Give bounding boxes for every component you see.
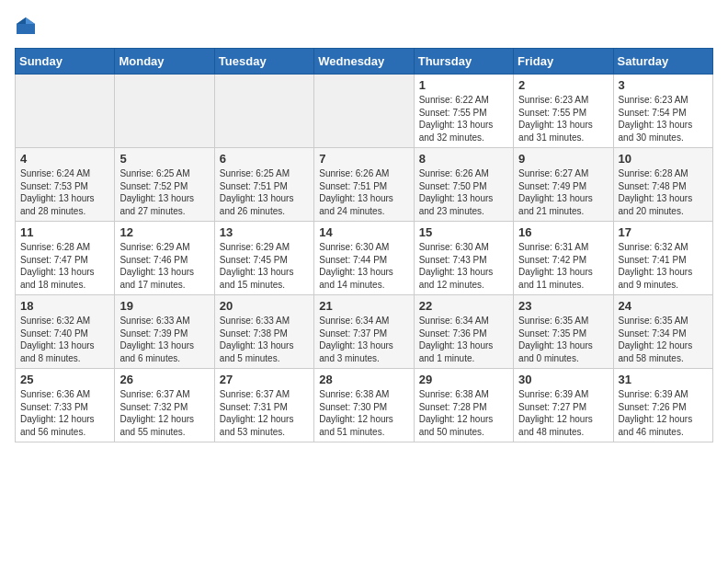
calendar-cell: 2Sunrise: 6:23 AM Sunset: 7:55 PM Daylig… <box>514 75 613 148</box>
calendar-cell: 6Sunrise: 6:25 AM Sunset: 7:51 PM Daylig… <box>214 148 313 222</box>
day-number: 3 <box>619 78 708 92</box>
day-number: 28 <box>319 373 408 386</box>
day-info: Sunrise: 6:23 AM Sunset: 7:55 PM Dayligh… <box>518 94 608 144</box>
calendar-cell: 10Sunrise: 6:28 AM Sunset: 7:48 PM Dayli… <box>613 148 712 222</box>
calendar-cell: 28Sunrise: 6:38 AM Sunset: 7:30 PM Dayli… <box>314 369 414 442</box>
calendar-cell: 16Sunrise: 6:31 AM Sunset: 7:42 PM Dayli… <box>514 222 613 295</box>
day-number: 30 <box>518 373 608 386</box>
day-number: 31 <box>619 373 708 386</box>
weekday-header-wednesday: Wednesday <box>314 49 414 75</box>
day-info: Sunrise: 6:27 AM Sunset: 7:49 PM Dayligh… <box>518 167 608 217</box>
day-info: Sunrise: 6:38 AM Sunset: 7:30 PM Dayligh… <box>319 388 408 438</box>
calendar-cell: 20Sunrise: 6:33 AM Sunset: 7:38 PM Dayli… <box>214 295 313 369</box>
day-number: 6 <box>220 152 309 166</box>
day-number: 25 <box>20 373 109 386</box>
day-number: 23 <box>518 299 608 313</box>
day-number: 26 <box>119 373 209 386</box>
calendar-cell: 23Sunrise: 6:35 AM Sunset: 7:35 PM Dayli… <box>514 295 613 369</box>
day-info: Sunrise: 6:26 AM Sunset: 7:51 PM Dayligh… <box>319 167 408 217</box>
day-number: 9 <box>518 152 608 166</box>
day-info: Sunrise: 6:29 AM Sunset: 7:45 PM Dayligh… <box>220 241 309 291</box>
day-number: 15 <box>419 225 508 239</box>
calendar-cell: 31Sunrise: 6:39 AM Sunset: 7:26 PM Dayli… <box>613 369 712 442</box>
calendar-cell: 11Sunrise: 6:28 AM Sunset: 7:47 PM Dayli… <box>16 222 115 295</box>
calendar-cell: 9Sunrise: 6:27 AM Sunset: 7:49 PM Daylig… <box>514 148 613 222</box>
day-number: 29 <box>419 373 508 386</box>
day-number: 1 <box>419 78 508 92</box>
day-info: Sunrise: 6:26 AM Sunset: 7:50 PM Dayligh… <box>419 167 508 217</box>
day-info: Sunrise: 6:22 AM Sunset: 7:55 PM Dayligh… <box>419 94 508 144</box>
day-info: Sunrise: 6:34 AM Sunset: 7:37 PM Dayligh… <box>319 315 408 364</box>
calendar-cell: 19Sunrise: 6:33 AM Sunset: 7:39 PM Dayli… <box>115 295 214 369</box>
weekday-header-row: SundayMondayTuesdayWednesdayThursdayFrid… <box>16 49 713 75</box>
day-number: 22 <box>419 299 508 313</box>
day-number: 8 <box>419 152 508 166</box>
calendar-week-3: 11Sunrise: 6:28 AM Sunset: 7:47 PM Dayli… <box>16 222 713 295</box>
calendar-cell <box>16 75 115 148</box>
day-info: Sunrise: 6:32 AM Sunset: 7:41 PM Dayligh… <box>619 241 708 291</box>
day-number: 17 <box>619 225 708 239</box>
day-number: 21 <box>319 299 408 313</box>
day-info: Sunrise: 6:30 AM Sunset: 7:43 PM Dayligh… <box>419 241 508 291</box>
day-number: 11 <box>20 225 109 239</box>
day-info: Sunrise: 6:23 AM Sunset: 7:54 PM Dayligh… <box>619 94 708 144</box>
day-number: 2 <box>518 78 608 92</box>
calendar-week-1: 1Sunrise: 6:22 AM Sunset: 7:55 PM Daylig… <box>16 75 713 148</box>
calendar-table: SundayMondayTuesdayWednesdayThursdayFrid… <box>15 48 713 442</box>
calendar-cell: 21Sunrise: 6:34 AM Sunset: 7:37 PM Dayli… <box>314 295 414 369</box>
day-info: Sunrise: 6:38 AM Sunset: 7:28 PM Dayligh… <box>419 388 508 438</box>
day-number: 20 <box>220 299 309 313</box>
day-info: Sunrise: 6:39 AM Sunset: 7:27 PM Dayligh… <box>518 388 608 438</box>
day-number: 4 <box>20 152 109 166</box>
logo-icon <box>15 15 37 37</box>
weekday-header-friday: Friday <box>514 49 613 75</box>
calendar-week-4: 18Sunrise: 6:32 AM Sunset: 7:40 PM Dayli… <box>16 295 713 369</box>
day-info: Sunrise: 6:28 AM Sunset: 7:47 PM Dayligh… <box>20 241 109 291</box>
calendar-cell: 7Sunrise: 6:26 AM Sunset: 7:51 PM Daylig… <box>314 148 414 222</box>
calendar-cell: 8Sunrise: 6:26 AM Sunset: 7:50 PM Daylig… <box>414 148 513 222</box>
day-number: 24 <box>619 299 708 313</box>
day-number: 5 <box>119 152 209 166</box>
day-number: 13 <box>220 225 309 239</box>
calendar-cell: 1Sunrise: 6:22 AM Sunset: 7:55 PM Daylig… <box>414 75 513 148</box>
day-info: Sunrise: 6:35 AM Sunset: 7:34 PM Dayligh… <box>619 315 708 364</box>
calendar-cell: 12Sunrise: 6:29 AM Sunset: 7:46 PM Dayli… <box>115 222 214 295</box>
day-info: Sunrise: 6:33 AM Sunset: 7:38 PM Dayligh… <box>220 315 309 364</box>
calendar-cell <box>214 75 313 148</box>
day-info: Sunrise: 6:30 AM Sunset: 7:44 PM Dayligh… <box>319 241 408 291</box>
calendar-cell: 13Sunrise: 6:29 AM Sunset: 7:45 PM Dayli… <box>214 222 313 295</box>
day-number: 27 <box>220 373 309 386</box>
calendar-cell: 17Sunrise: 6:32 AM Sunset: 7:41 PM Dayli… <box>613 222 712 295</box>
day-number: 12 <box>119 225 209 239</box>
calendar-cell: 27Sunrise: 6:37 AM Sunset: 7:31 PM Dayli… <box>214 369 313 442</box>
day-info: Sunrise: 6:29 AM Sunset: 7:46 PM Dayligh… <box>119 241 209 291</box>
weekday-header-monday: Monday <box>115 49 214 75</box>
calendar-week-2: 4Sunrise: 6:24 AM Sunset: 7:53 PM Daylig… <box>16 148 713 222</box>
calendar-cell <box>314 75 414 148</box>
calendar-cell: 4Sunrise: 6:24 AM Sunset: 7:53 PM Daylig… <box>16 148 115 222</box>
day-number: 14 <box>319 225 408 239</box>
day-info: Sunrise: 6:28 AM Sunset: 7:48 PM Dayligh… <box>619 167 708 217</box>
logo <box>15 15 40 37</box>
day-info: Sunrise: 6:37 AM Sunset: 7:31 PM Dayligh… <box>220 388 309 438</box>
calendar-cell: 18Sunrise: 6:32 AM Sunset: 7:40 PM Dayli… <box>16 295 115 369</box>
day-info: Sunrise: 6:33 AM Sunset: 7:39 PM Dayligh… <box>119 315 209 364</box>
day-info: Sunrise: 6:34 AM Sunset: 7:36 PM Dayligh… <box>419 315 508 364</box>
calendar-cell: 14Sunrise: 6:30 AM Sunset: 7:44 PM Dayli… <box>314 222 414 295</box>
day-info: Sunrise: 6:32 AM Sunset: 7:40 PM Dayligh… <box>20 315 109 364</box>
svg-marker-2 <box>17 17 26 24</box>
day-number: 10 <box>619 152 708 166</box>
day-info: Sunrise: 6:39 AM Sunset: 7:26 PM Dayligh… <box>619 388 708 438</box>
calendar-cell: 3Sunrise: 6:23 AM Sunset: 7:54 PM Daylig… <box>613 75 712 148</box>
calendar-cell: 25Sunrise: 6:36 AM Sunset: 7:33 PM Dayli… <box>16 369 115 442</box>
calendar-week-5: 25Sunrise: 6:36 AM Sunset: 7:33 PM Dayli… <box>16 369 713 442</box>
day-info: Sunrise: 6:36 AM Sunset: 7:33 PM Dayligh… <box>20 388 109 438</box>
day-info: Sunrise: 6:25 AM Sunset: 7:52 PM Dayligh… <box>119 167 209 217</box>
day-info: Sunrise: 6:31 AM Sunset: 7:42 PM Dayligh… <box>518 241 608 291</box>
day-number: 7 <box>319 152 408 166</box>
calendar-cell: 5Sunrise: 6:25 AM Sunset: 7:52 PM Daylig… <box>115 148 214 222</box>
weekday-header-tuesday: Tuesday <box>214 49 313 75</box>
calendar-cell: 30Sunrise: 6:39 AM Sunset: 7:27 PM Dayli… <box>514 369 613 442</box>
page-header <box>15 15 713 37</box>
calendar-cell <box>115 75 214 148</box>
